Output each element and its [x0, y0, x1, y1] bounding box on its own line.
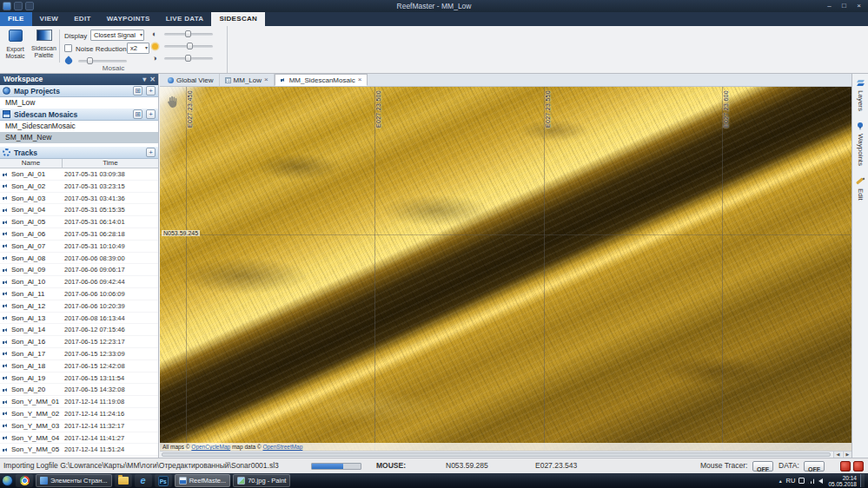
track-row[interactable]: Son_Y_MM_05 2017-12-14 11:51:24	[0, 444, 158, 456]
maximize-button[interactable]: □	[837, 0, 851, 12]
scroll-right-icon[interactable]: ▶	[843, 452, 851, 458]
section-tracks[interactable]: Tracks +	[0, 147, 158, 159]
add-track-button[interactable]: +	[146, 148, 156, 157]
mouse-tracer-toggle[interactable]: OFF	[752, 461, 773, 472]
close-panel-icon[interactable]: ✕	[149, 74, 156, 85]
pin-icon[interactable]: ▾	[142, 74, 146, 85]
close-tab-icon[interactable]: ×	[358, 76, 362, 83]
scrollbar-thumb[interactable]	[162, 452, 831, 457]
contrast-slider[interactable]	[164, 33, 213, 36]
volume-icon[interactable]	[818, 478, 825, 484]
track-row[interactable]: Son_Al_07 2017-05-31 10:10:49	[0, 241, 158, 253]
map-tab-global-view[interactable]: Global View	[162, 74, 220, 86]
noise-factor-dropdown[interactable]: x2 ▾	[127, 43, 149, 54]
expand-all-button[interactable]: ⊞	[133, 86, 142, 96]
track-time: 2017-05-31 03:41:36	[64, 193, 125, 205]
stop-indicator-icon[interactable]	[853, 461, 864, 472]
track-row[interactable]: Son_Al_19 2017-06-15 13:11:54	[0, 373, 158, 385]
sonar-map-canvas[interactable]: E027.23.450 E027.23.500 E027.23.550 E027…	[160, 87, 851, 451]
track-row[interactable]: Son_Y_MM_02 2017-12-14 11:24:16	[0, 408, 158, 420]
track-row[interactable]: Son_Al_01 2017-05-31 03:09:38	[0, 168, 158, 181]
start-button[interactable]	[2, 475, 13, 486]
tab-sidescan[interactable]: SIDESCAN	[211, 12, 265, 26]
track-row[interactable]: Son_Al_20 2017-06-15 14:32:08	[0, 384, 158, 396]
show-desktop-button[interactable]	[860, 474, 865, 487]
explorer-button[interactable]	[115, 474, 132, 487]
tab-waypoints-panel[interactable]: Waypoints	[852, 116, 868, 171]
tray-expand-icon[interactable]: ▲	[779, 478, 783, 484]
track-row[interactable]: Son_Al_05 2017-05-31 06:14:01	[0, 216, 158, 228]
map-tab-mm-low[interactable]: MM_Low ×	[220, 74, 275, 86]
reefmaster-task-button[interactable]: ReefMaste...	[175, 474, 231, 487]
section-map-projects[interactable]: Map Projects ⊞ +	[0, 85, 158, 97]
track-row[interactable]: Son_Al_08 2017-06-06 08:39:00	[0, 253, 158, 265]
track-row[interactable]: Son_Y_MM_03 2017-12-14 11:32:17	[0, 420, 158, 432]
data-toggle[interactable]: OFF	[804, 461, 825, 472]
add-project-button[interactable]: +	[146, 86, 156, 96]
tab-waypoints[interactable]: WAYPOINTS	[99, 12, 158, 26]
internet-explorer-button[interactable]: e	[135, 474, 152, 487]
attribution-link[interactable]: OpenStreetMap	[262, 444, 302, 450]
paint-task-button[interactable]: 70.jpg - Paint	[233, 474, 290, 487]
clock[interactable]: 20:14 05.05.2018	[828, 475, 857, 487]
opacity-slider[interactable]	[78, 60, 127, 63]
mosaic-item[interactable]: MM_SidescanMosaic	[0, 121, 158, 132]
language-indicator[interactable]: RU	[786, 477, 796, 485]
track-row[interactable]: Son_Al_03 2017-05-31 03:41:36	[0, 193, 158, 205]
track-row[interactable]: Son_Al_04 2017-05-31 05:15:35	[0, 204, 158, 216]
slider-thumb[interactable]	[87, 57, 93, 64]
network-icon[interactable]	[808, 478, 815, 484]
attribution-link[interactable]: OpenCycleMap	[191, 444, 230, 450]
track-row[interactable]: Son_Al_16 2017-06-15 12:23:17	[0, 336, 158, 348]
track-row[interactable]: Son_Al_13 2017-06-08 16:13:44	[0, 313, 158, 325]
column-time[interactable]: Time	[63, 159, 158, 168]
gamma-slider[interactable]	[164, 57, 213, 60]
tab-layers[interactable]: Layers	[852, 74, 868, 116]
track-row[interactable]: Son_Al_10 2017-06-06 09:42:44	[0, 276, 158, 288]
tab-live-data[interactable]: LIVE DATA	[158, 12, 212, 26]
track-row[interactable]: Son_Al_14 2017-06-12 07:15:46	[0, 324, 158, 336]
map-project-item[interactable]: MM_Low	[0, 97, 158, 109]
sidescan-palette-button[interactable]: Sidescan Palette	[30, 28, 57, 63]
horizontal-scrollbar[interactable]: ◀ ▶	[160, 451, 851, 458]
close-tab-icon[interactable]: ×	[264, 76, 268, 83]
record-indicator-icon[interactable]	[840, 461, 851, 472]
track-row[interactable]: Son_Al_02 2017-05-31 03:23:15	[0, 181, 158, 193]
brightness-slider[interactable]	[164, 45, 213, 48]
minimize-button[interactable]: –	[822, 0, 837, 12]
tab-view[interactable]: VIEW	[32, 12, 67, 26]
slider-thumb[interactable]	[185, 55, 191, 62]
track-row[interactable]: Son_Al_06 2017-05-31 06:28:18	[0, 228, 158, 241]
column-name[interactable]: Name	[0, 159, 63, 168]
track-row[interactable]: Son_Al_12 2017-06-06 10:20:39	[0, 300, 158, 313]
workspace-header: Workspace ▾ ✕	[0, 74, 158, 85]
track-row[interactable]: Son_Al_09 2017-06-06 09:06:17	[0, 264, 158, 276]
browser-task-button[interactable]: Элементы Стран...	[36, 474, 112, 487]
action-center-icon[interactable]	[798, 478, 805, 484]
taskbar: Элементы Стран... e Ps ReefMaste... 70.j…	[0, 473, 868, 488]
slider-thumb[interactable]	[187, 43, 193, 49]
section-sidescan-mosaics[interactable]: Sidescan Mosaics ⊞ +	[0, 109, 158, 121]
tab-edit-panel[interactable]: Edit	[852, 171, 868, 206]
track-name: Son_Al_01	[11, 168, 45, 181]
track-row[interactable]: Son_Y_MM_01 2017-12-14 11:19:08	[0, 396, 158, 408]
display-dropdown[interactable]: Closest Signal ▾	[90, 30, 144, 41]
tab-file[interactable]: FILE	[0, 12, 32, 26]
track-row[interactable]: Son_Al_17 2017-06-15 12:33:09	[0, 348, 158, 360]
track-row[interactable]: Son_Y_MM_04 2017-12-14 11:41:27	[0, 432, 158, 445]
expand-all-button[interactable]: ⊞	[133, 109, 142, 119]
tray-time: 20:14	[828, 475, 857, 481]
map-tab-sidescan-mosaic[interactable]: MM_SidescanMosaic ×	[275, 74, 368, 86]
photoshop-button[interactable]: Ps	[155, 474, 172, 487]
track-row[interactable]: Son_Al_11 2017-06-06 10:06:09	[0, 288, 158, 300]
close-button[interactable]: ×	[851, 0, 866, 12]
tab-edit[interactable]: EDIT	[66, 12, 98, 26]
noise-reduction-checkbox[interactable]	[64, 44, 72, 52]
mosaic-item-selected[interactable]: SM_MM_New	[0, 132, 158, 143]
scroll-left-icon[interactable]: ◀	[833, 452, 842, 458]
chrome-button[interactable]	[16, 474, 33, 487]
slider-thumb[interactable]	[185, 30, 191, 37]
export-mosaic-button[interactable]: Export Mosaic	[2, 28, 29, 63]
add-mosaic-button[interactable]: +	[146, 109, 156, 119]
track-row[interactable]: Son_Al_18 2017-06-15 12:42:08	[0, 360, 158, 373]
